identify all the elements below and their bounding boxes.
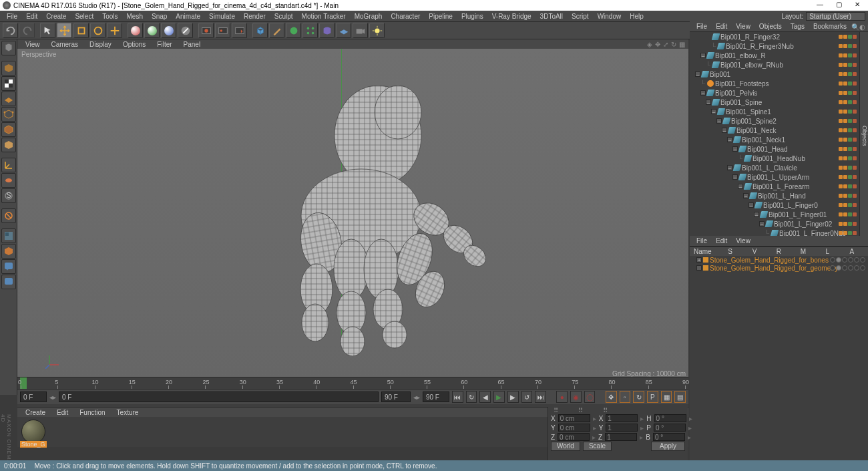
tweak-button[interactable] [1, 173, 16, 188]
next-frame-button[interactable]: ▶ [507, 391, 519, 403]
menu-select[interactable]: Select [71, 12, 97, 21]
coord-world-select[interactable]: World [551, 442, 580, 451]
tree-item[interactable]: –Bip001_elbow_R [690, 51, 859, 60]
record-button[interactable]: ● [556, 391, 568, 403]
axis-button[interactable] [1, 158, 16, 172]
all-key-button[interactable]: ▤ [674, 391, 686, 403]
menu-character[interactable]: Character [387, 12, 424, 21]
menu-sculpt[interactable]: Sculpt [270, 12, 297, 21]
treemenu-edit[interactable]: Edit [712, 23, 731, 30]
matbar-edit[interactable]: Edit [51, 409, 73, 416]
tree-item[interactable]: –Bip001_L_Finger01 [690, 210, 859, 219]
menu-file[interactable]: File [3, 12, 21, 21]
redo-button[interactable] [19, 23, 35, 38]
scale-button[interactable] [73, 23, 89, 38]
matmenu-file[interactable]: File [692, 237, 711, 245]
coord-system-button[interactable] [178, 23, 193, 38]
render-settings-button[interactable] [232, 23, 247, 38]
treemenu-tags[interactable]: Tags [787, 23, 809, 30]
range-end-field[interactable] [381, 391, 411, 402]
menu-edit[interactable]: Edit [22, 12, 41, 21]
mat-item[interactable]: +Stone_Golem_Hand_Rigged_for_bones [690, 256, 868, 264]
timeline-ruler[interactable]: 051015202530354045505560657075808590 [17, 377, 688, 389]
live-select-button[interactable] [40, 23, 55, 38]
x-ray-button[interactable] [1, 244, 16, 259]
vpmenu-filter[interactable]: Filter [152, 41, 177, 48]
end-frame-field[interactable] [423, 391, 449, 402]
tree-item[interactable]: └Bip001_elbow_RNub [690, 60, 859, 69]
matmenu-view[interactable]: View [732, 237, 754, 245]
vpmenu-options[interactable]: Options [118, 41, 151, 48]
vp-icon-5[interactable]: ▦ [679, 41, 686, 47]
menu-tools[interactable]: Tools [98, 12, 122, 21]
menu-snap[interactable]: Snap [148, 12, 171, 21]
treemenu-file[interactable]: File [692, 23, 711, 30]
menu-animate[interactable]: Animate [172, 12, 204, 21]
close-button[interactable]: ✕ [849, 1, 865, 10]
undo-button[interactable] [3, 23, 18, 38]
camera-button[interactable] [353, 23, 368, 38]
go-end-button[interactable]: ⏭ [535, 391, 546, 403]
menu-create[interactable]: Create [42, 12, 70, 21]
vpmenu-panel[interactable]: Panel [178, 41, 206, 48]
make-editable-button[interactable] [1, 41, 16, 55]
autokey-button[interactable]: ◉ [570, 391, 582, 403]
tree-item[interactable]: –Bip001_L_Clavicle [690, 163, 859, 172]
om-search-icon[interactable]: 🔍 [851, 23, 858, 30]
z-axis-button[interactable] [161, 23, 176, 38]
viewport[interactable]: Perspective [17, 49, 688, 378]
vpmenu-view[interactable]: View [20, 41, 45, 48]
mat-item[interactable]: Stone_Golem_Hand_Rigged_for_geometry [690, 264, 868, 272]
go-start-button[interactable]: ⏮ [452, 391, 463, 403]
deformer-button[interactable] [319, 23, 335, 38]
om-eye-icon[interactable]: ◐ [859, 23, 866, 30]
edge-mode-button[interactable] [1, 122, 16, 137]
subdiv-button[interactable] [286, 23, 301, 38]
tree-item[interactable]: Bip001_R_Finger32 [690, 32, 859, 41]
polygon-mode-button[interactable] [1, 138, 16, 152]
script-button[interactable] [1, 259, 16, 274]
model-mode-button[interactable] [1, 61, 16, 75]
vpmenu-cameras[interactable]: Cameras [46, 41, 84, 48]
tree-item[interactable]: –Bip001_Head [690, 144, 859, 154]
param-key-button[interactable]: P [647, 391, 658, 403]
material-tree[interactable]: +Stone_Golem_Hand_Rigged_for_bonesStone_… [690, 256, 868, 461]
recent-tool-button[interactable] [107, 23, 122, 38]
vp-icon-4[interactable]: ↻ [671, 41, 678, 47]
render-view-button[interactable] [198, 23, 214, 38]
floor-button[interactable] [336, 23, 351, 38]
minimize-button[interactable]: — [812, 1, 828, 10]
object-tree[interactable]: Bip001_R_Finger32└Bip001_R_Finger3Nub–Bi… [690, 32, 868, 236]
tree-item[interactable]: –Bip001_Spine1 [690, 107, 859, 116]
apply-button[interactable]: Apply [651, 442, 685, 451]
locked-button[interactable] [1, 208, 16, 223]
treemenu-objects[interactable]: Objects [755, 23, 786, 30]
tree-item[interactable]: –Bip001_L_UpperArm [690, 172, 859, 182]
pos-key-button[interactable]: ✥ [606, 391, 617, 403]
tree-item[interactable]: –Bip001_Spine2 [690, 116, 859, 126]
layout-selector[interactable]: Startup (User) [806, 12, 865, 21]
x-axis-button[interactable] [128, 23, 143, 38]
rot-key-button[interactable]: ↻ [633, 391, 644, 403]
tree-item[interactable]: –Bip001_L_Finger0 [690, 200, 859, 210]
tree-item[interactable]: –Bip001 [690, 69, 859, 79]
matbar-texture[interactable]: Texture [112, 409, 144, 416]
keyframe-button[interactable]: ◯ [584, 391, 596, 403]
menu-script[interactable]: Script [568, 12, 593, 21]
play-fwd-button[interactable]: ↺ [521, 391, 533, 403]
matmenu-edit[interactable]: Edit [712, 237, 731, 245]
workplane-button[interactable] [1, 92, 16, 106]
prev-frame-button[interactable]: ◀ [479, 391, 491, 403]
vp-icon-3[interactable]: ⤢ [663, 41, 670, 47]
y-axis-button[interactable] [144, 23, 160, 38]
scale-key-button[interactable]: ▫ [620, 391, 631, 403]
treemenu-bookmarks[interactable]: Bookmarks [809, 23, 851, 30]
vp-icon-2[interactable]: ✥ [655, 41, 662, 47]
tree-item[interactable]: –Bip001_Neck1 [690, 135, 859, 144]
start-frame-field[interactable] [20, 391, 47, 402]
menu-render[interactable]: Render [240, 12, 270, 21]
menu-3dtoall[interactable]: 3DToAll [536, 12, 567, 21]
menu-pipeline[interactable]: Pipeline [425, 12, 457, 21]
menu-mesh[interactable]: Mesh [123, 12, 147, 21]
tree-item[interactable]: –Bip001_L_Finger02 [690, 219, 859, 228]
